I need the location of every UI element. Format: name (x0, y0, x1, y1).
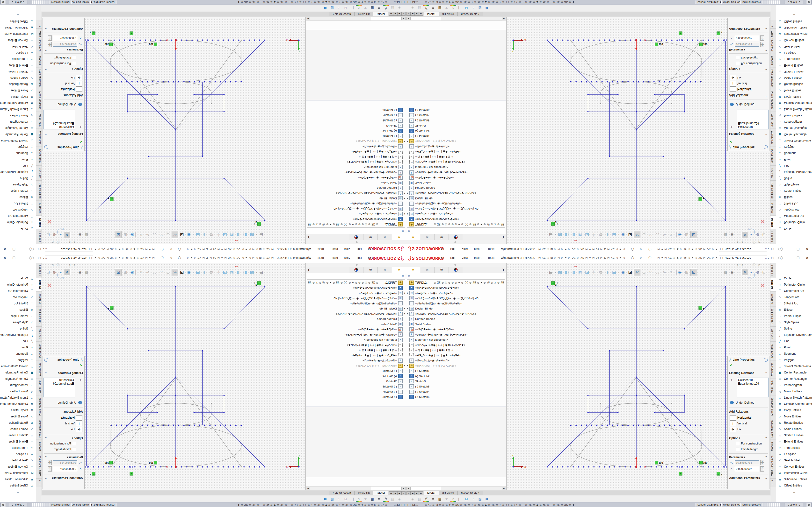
status-custom-selector[interactable]: Custom▲ (785, 0, 803, 4)
command-tab[interactable]: Sketch (36, 278, 42, 291)
document-window-button-icon[interactable]: ⊲ (736, 240, 739, 244)
motion-tool-icon[interactable]: ✐ (423, 496, 429, 502)
tab-feature-manager[interactable]: ❖ (392, 267, 406, 273)
relations-listbox[interactable]: Collinear108 Equal length109 (737, 110, 769, 129)
relation-item[interactable]: Equal length109 (45, 121, 74, 125)
sketch-tool-item[interactable]: ⋈ Intersection Curve (0, 31, 36, 37)
accept-check-icon[interactable]: ✔ (79, 139, 83, 145)
document-tab[interactable]: Motion Study 1 (458, 491, 483, 495)
sketch-tool-item[interactable]: ⬡ Polygon (776, 357, 812, 363)
sketch-tool-item[interactable]: ▱ Parallelogram (0, 119, 36, 125)
search-box[interactable]: ❒ ⌕ ▾ (719, 246, 767, 252)
sketch-tool-item[interactable]: ⋈ Intersection Curve (0, 470, 36, 476)
sketch-tool-item[interactable]: ↗ Move Entities (776, 88, 812, 94)
tree-item[interactable]: ◗ Surface Bodies (406, 317, 506, 322)
sketch-tool-item[interactable]: ƒ Equation Driven Curve (0, 332, 36, 338)
sketch-tool-item[interactable]: ✂ Trim Entities (0, 445, 36, 451)
tree-item[interactable]: ✎ ○ƨ5·⋂✱▴Аm○◉○mА▴✱⋂·5ƨ○ (406, 327, 506, 332)
tree-item[interactable]: ◗ Surface Bodies (306, 185, 406, 191)
heads-up-tool-icon[interactable]: ◠ (158, 269, 164, 276)
sketch-tool-item[interactable]: ◠ 3 Point Arc (776, 300, 812, 306)
heads-up-tool-icon[interactable]: ⇩ (591, 231, 597, 238)
sketch-tool-item[interactable]: ∿ Style Spline (0, 181, 36, 188)
horizontal-relation-button[interactable]: —Horizontal (729, 87, 766, 92)
tree-item[interactable]: ⌗ (-) Sketch5 (406, 118, 506, 123)
sketch-tool-item[interactable]: ↻ Rotate Entities (0, 419, 36, 426)
document-window-button-icon[interactable]: ⊳ (68, 263, 70, 267)
tree-item[interactable]: ◔ ○ƨ5▴◎ƨ5ɅИƷƽƨ○◉○ƨƽƷИɅ5ƨ◎▴5ƨ○ (306, 201, 406, 207)
panel-horizontal-scrollbar[interactable]: ◀ ▶ (406, 17, 506, 21)
infinite-length-checkbox[interactable]: Infinite length (54, 448, 76, 451)
document-tab[interactable]: Motion Study 1 (329, 12, 355, 16)
document-window-button-icon[interactable]: ⊳ (68, 240, 70, 244)
horizontal-relation-button[interactable]: —Horizontal (46, 87, 83, 92)
tree-item[interactable]: ▶ ▤ Design Binder (306, 196, 406, 201)
status-tag-icon[interactable]: ⧉ (0, 503, 6, 507)
section-existing-relations[interactable]: Existing Relations⌃ (729, 371, 767, 375)
menu-item[interactable]: Edit (357, 256, 362, 260)
heads-up-tool-icon[interactable]: ◨ (570, 269, 576, 276)
sketch-tool-item[interactable]: ƒ Equation Driven Curve (0, 169, 36, 175)
command-tab[interactable]: ⋮ (770, 20, 776, 24)
tree-item[interactable]: ◔ ○ƨ5▴◎ƨ5ɅИƷƽƨ○◉○ƨƽƷИɅ5ƨ◎▴5ƨ○ (406, 201, 506, 207)
tree-item[interactable]: ⟂ ○ИɅ◦ʒ6◦▴◎○◉○◎▴◦6ʒ◦ɅИ○ (306, 144, 406, 149)
sketch-tool-item[interactable]: ✂ Trim Entities (0, 56, 36, 62)
sketch-tool-item[interactable]: ƒ Equation Driven Curve (776, 332, 812, 338)
sketch-tool-item[interactable]: ⊂ Offset Entities (0, 18, 36, 24)
heads-up-tool-icon[interactable]: ⧉ (597, 231, 604, 238)
sketch-tool-item[interactable]: ◇ 3 Point Center Recta... (0, 363, 36, 370)
tree-root-item[interactable]: ⬢ TЯPDL2. ◎ ƷЕ ◎ Ш ◎ ◎ ◎ ✦ ◎ ϽϹ ◎ ƷЕ ◎ ✦… (306, 280, 406, 285)
motion-tool-icon[interactable]: ❘ (352, 496, 355, 502)
tree-item[interactable]: ▱ ○✤ИɅ◎▴+○✱◉❘○◦○❘◉✱○+▴◎ɅИ✤○ (306, 160, 406, 165)
heads-up-tool-icon[interactable]: ◡ (654, 231, 661, 238)
minimize-button[interactable]: — (19, 256, 26, 261)
sketch-tool-item[interactable]: ◙ Silhouette Entities (776, 24, 812, 31)
angle-spinner[interactable]: ▲▼ (760, 466, 764, 471)
expand-arrow-icon[interactable]: ▶ (406, 364, 409, 367)
motion-tool-icon[interactable]: ⋮ (461, 6, 463, 11)
motion-tool-icon[interactable]: ⧨ (362, 496, 368, 502)
motion-tool-icon[interactable]: ⋮ (403, 496, 405, 502)
display-tool-icon[interactable]: ▢ (45, 269, 51, 275)
sketch-tool-item[interactable]: ◇ 3 Point Center Recta... (776, 137, 812, 144)
angle-spinner[interactable]: ▲▼ (48, 466, 52, 471)
section-add-relations[interactable]: Add Relations⌃ (45, 410, 83, 413)
for-construction-checkbox[interactable]: For construction (736, 62, 762, 65)
motion-tool-icon[interactable]: ▤ (390, 496, 395, 502)
command-tab[interactable]: ⋮ (770, 24, 776, 29)
motion-tool-icon[interactable]: ≡ (430, 496, 436, 502)
sketch-tool-item[interactable]: ∫ Spline (0, 175, 36, 181)
command-tab[interactable]: Mesh Modeling (36, 89, 42, 112)
sketch-tool-item[interactable]: ⬡ Polygon (0, 357, 36, 363)
command-tab[interactable]: Evaluate (770, 166, 776, 181)
heads-up-tool-icon[interactable]: ⟂ (165, 269, 171, 276)
tree-item[interactable]: ✎ ○ƨ5·⋂✱▴Аm○◉○mА▴✱⋂·5ƨ○ (306, 327, 406, 332)
heads-up-tool-icon[interactable]: ⬓ (611, 269, 617, 276)
heads-up-tool-icon[interactable]: ▣ (620, 269, 626, 276)
sketch-tool-item[interactable]: ∿ Style Spline (776, 181, 812, 188)
heads-up-tool-icon[interactable]: ◩ (229, 269, 235, 276)
command-tab[interactable]: ⋮ (770, 478, 776, 483)
tab-configuration-manager[interactable]: ⊕ (435, 267, 449, 273)
motion-tool-icon[interactable]: ▤ (417, 496, 422, 502)
command-tab[interactable]: Features (770, 229, 776, 244)
command-tab[interactable]: Sketch (770, 216, 776, 229)
panel-tabs-expand-icon[interactable]: ❯ (306, 267, 310, 273)
sketch-tool-item[interactable]: ⊏ Convert Entities (0, 463, 36, 470)
heads-up-tool-icon[interactable]: ▣ (620, 231, 626, 238)
display-tool-icon[interactable]: ❖ (742, 232, 748, 238)
tab-nav-icon[interactable]: ⏮ (406, 12, 411, 16)
command-tab[interactable]: Features (770, 263, 776, 278)
palette-more-chevron-icon[interactable]: ≫ (0, 13, 36, 16)
angle-spinner[interactable]: ▲▼ (48, 36, 52, 41)
panel-splitter[interactable] (306, 263, 406, 267)
command-tab[interactable]: MBD Dimensions (36, 29, 42, 54)
command-tab[interactable]: Evaluate (36, 326, 42, 341)
command-tab[interactable]: Mold Tools (36, 378, 42, 395)
sketch-tool-item[interactable]: ⌒ Centerpoint Arc (0, 288, 36, 294)
scroll-thumb[interactable] (410, 487, 441, 490)
length-spinner[interactable]: ▲▼ (48, 460, 52, 465)
tree-item[interactable]: ▶ ⊟ ○ƨƽƷИɅʌА⋂+○◦○+⋂Аʌ ɅИƷƽƨ○ (306, 363, 406, 369)
sketch-tool-item[interactable]: ⌒ Centerpoint Arc (0, 213, 36, 219)
heads-up-tool-icon[interactable]: ✎ (668, 269, 674, 276)
